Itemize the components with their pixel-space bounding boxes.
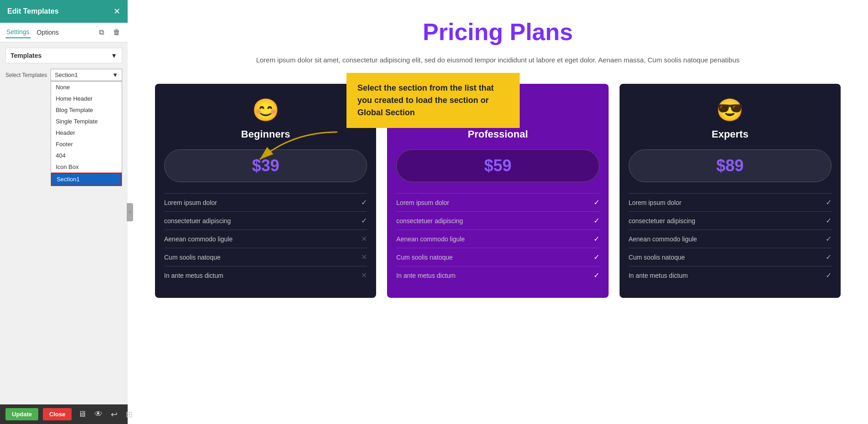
price-badge: $89	[629, 149, 832, 182]
close-footer-button[interactable]: Close	[43, 408, 72, 420]
price-value: $89	[716, 156, 744, 175]
card-emoji-icon: 😎	[629, 97, 832, 123]
sitemap-icon-button[interactable]: ⊞	[124, 409, 134, 420]
feature-label: Aenean commodo ligule	[396, 235, 465, 243]
feature-label: Lorem ipsum dolor	[396, 199, 449, 206]
check-icon: ✓	[826, 198, 832, 207]
check-icon: ✓	[826, 235, 832, 243]
sidebar-header: Edit Templates ✕	[0, 0, 128, 23]
main-content: Pricing Plans Lorem ipsum dolor sit amet…	[128, 0, 868, 424]
dropdown-item[interactable]: Footer	[51, 138, 122, 150]
check-icon: ✓	[594, 271, 599, 280]
collapse-handle[interactable]: ‹	[127, 203, 133, 221]
feature-label: Cum soolis natoque	[396, 254, 453, 261]
sidebar: Edit Templates ✕ Settings Options ⧉ 🗑 Te…	[0, 0, 128, 424]
close-button[interactable]: ✕	[114, 6, 120, 16]
dropdown-item[interactable]: 404	[51, 150, 122, 161]
select-templates-row: Select Templates Section1 ▼ NoneHome Hea…	[5, 69, 122, 81]
trash-icon-button[interactable]: 🗑	[111, 27, 122, 37]
check-icon: ✓	[361, 198, 367, 207]
eye-icon-button[interactable]: 👁	[93, 409, 104, 420]
feature-label: consectetuer adipiscing	[629, 217, 695, 225]
tab-options[interactable]: Options	[36, 27, 60, 38]
template-select-button[interactable]: Section1 ▼	[51, 69, 122, 81]
feature-label: Cum soolis natoque	[164, 254, 221, 261]
sidebar-content: Templates ▼ Select Templates Section1 ▼ …	[0, 42, 128, 404]
page-subtitle: Lorem ipsum dolor sit amet, consectetur …	[155, 55, 841, 66]
pricing-card: 😊Beginners$39Lorem ipsum dolor✓consectet…	[155, 84, 376, 298]
template-select-wrapper: Section1 ▼ NoneHome HeaderBlog TemplateS…	[51, 69, 122, 81]
dropdown-item[interactable]: None	[51, 82, 122, 93]
dropdown-item[interactable]: Blog Template	[51, 104, 122, 116]
feature-label: In ante metus dictum	[396, 272, 455, 279]
feature-label: Lorem ipsum dolor	[164, 199, 217, 206]
feature-label: consectetuer adipiscing	[396, 217, 463, 225]
update-button[interactable]: Update	[5, 408, 38, 420]
feature-item: consectetuer adipiscing✓	[164, 211, 367, 230]
undo-icon-button[interactable]: ↩	[109, 409, 119, 420]
templates-label: Templates	[10, 52, 41, 59]
feature-item: consectetuer adipiscing✓	[629, 211, 832, 230]
sidebar-title: Edit Templates	[7, 7, 59, 15]
templates-section-label[interactable]: Templates ▼	[5, 48, 122, 63]
feature-list: Lorem ipsum dolor✓consectetuer adipiscin…	[396, 193, 599, 284]
tooltip-box: Select the section from the list that yo…	[346, 73, 520, 128]
page-heading: Pricing Plans	[155, 18, 841, 46]
feature-list: Lorem ipsum dolor✓consectetuer adipiscin…	[164, 193, 367, 284]
feature-item: Cum soolis natoque✓	[629, 248, 832, 266]
check-icon: ✓	[826, 271, 832, 280]
feature-item: Aenean commodo ligule✕	[164, 230, 367, 248]
card-emoji-icon: 😊	[164, 97, 367, 123]
feature-item: Aenean commodo ligule✓	[396, 230, 599, 248]
dropdown-item[interactable]: Section1	[51, 173, 122, 186]
feature-label: Aenean commodo ligule	[164, 235, 232, 243]
cross-icon: ✕	[361, 271, 367, 280]
select-templates-label: Select Templates	[5, 72, 47, 78]
feature-label: Aenean commodo ligule	[629, 235, 697, 243]
check-icon: ✓	[594, 198, 599, 207]
check-icon: ✓	[594, 235, 599, 243]
desktop-icon-button[interactable]: 🖥	[76, 409, 88, 420]
feature-item: consectetuer adipiscing✓	[396, 211, 599, 230]
card-title: Professional	[396, 128, 599, 140]
feature-label: Lorem ipsum dolor	[629, 199, 682, 206]
cross-icon: ✕	[361, 253, 367, 261]
copy-icon-button[interactable]: ⧉	[97, 27, 106, 37]
feature-item: Lorem ipsum dolor✓	[164, 193, 367, 211]
feature-item: In ante metus dictum✕	[164, 266, 367, 284]
dropdown-item[interactable]: Icon Box	[51, 161, 122, 173]
feature-label: Cum soolis natoque	[629, 254, 685, 261]
tooltip-text: Select the section from the list that yo…	[357, 83, 494, 117]
feature-item: Cum soolis natoque✕	[164, 248, 367, 266]
selected-template-value: Section1	[55, 72, 78, 78]
feature-item: In ante metus dictum✓	[396, 266, 599, 284]
template-dropdown-list: NoneHome HeaderBlog TemplateSingle Templ…	[51, 81, 122, 186]
check-icon: ✓	[361, 216, 367, 225]
tooltip-arrow	[255, 130, 346, 166]
card-title: Experts	[629, 128, 832, 140]
tab-settings[interactable]: Settings	[5, 26, 31, 38]
price-badge: $59	[396, 149, 599, 182]
dropdown-item[interactable]: Single Template	[51, 116, 122, 127]
cross-icon: ✕	[361, 235, 367, 243]
feature-item: Cum soolis natoque✓	[396, 248, 599, 266]
check-icon: ✓	[594, 253, 599, 261]
feature-item: Aenean commodo ligule✓	[629, 230, 832, 248]
check-icon: ✓	[826, 253, 832, 261]
price-value: $59	[484, 156, 512, 175]
feature-label: consectetuer adipiscing	[164, 217, 231, 225]
check-icon: ✓	[826, 216, 832, 225]
feature-item: Lorem ipsum dolor✓	[629, 193, 832, 211]
chevron-down-icon: ▼	[111, 52, 117, 59]
pricing-card: 😎Experts$89Lorem ipsum dolor✓consectetue…	[620, 84, 841, 298]
feature-item: In ante metus dictum✓	[629, 266, 832, 284]
check-icon: ✓	[594, 216, 599, 225]
sidebar-tabs: Settings Options ⧉ 🗑	[0, 23, 128, 42]
sidebar-footer: Update Close 🖥 👁 ↩ ⊞	[0, 404, 128, 424]
feature-item: Lorem ipsum dolor✓	[396, 193, 599, 211]
select-chevron-icon: ▼	[112, 72, 118, 78]
feature-label: In ante metus dictum	[629, 272, 688, 279]
dropdown-item[interactable]: Home Header	[51, 93, 122, 104]
dropdown-item[interactable]: Header	[51, 127, 122, 138]
feature-list: Lorem ipsum dolor✓consectetuer adipiscin…	[629, 193, 832, 284]
